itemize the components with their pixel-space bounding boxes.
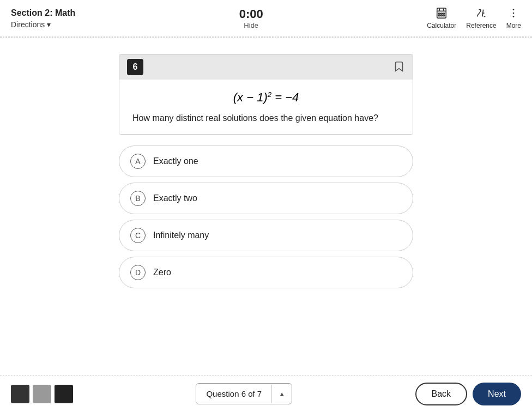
- svg-point-10: [513, 9, 515, 10]
- header: Section 2: Math Directions ▾ 0:00 Hide: [0, 0, 532, 37]
- timer-display: 0:00: [239, 7, 263, 21]
- calculator-label: Calculator: [427, 22, 456, 29]
- hide-button[interactable]: Hide: [244, 21, 258, 29]
- header-right: Calculator Reference: [427, 7, 521, 29]
- svg-point-11: [513, 13, 515, 14]
- directions-button[interactable]: Directions ▾: [11, 20, 75, 29]
- back-button[interactable]: Back: [415, 383, 468, 405]
- choice-c-letter: C: [130, 228, 146, 243]
- question-box: 6 (x − 1)2 = −4 How many distinct real s…: [119, 54, 413, 135]
- nav-arrow-icon: ▲: [271, 385, 292, 403]
- reference-label: Reference: [466, 22, 496, 29]
- nav-square-black[interactable]: [55, 385, 73, 403]
- choice-a-letter: A: [130, 154, 146, 169]
- section-title: Section 2: Math: [11, 8, 75, 18]
- header-left: Section 2: Math Directions ▾: [11, 8, 75, 29]
- nav-square-gray[interactable]: [33, 385, 51, 403]
- reference-button[interactable]: Reference: [466, 7, 496, 29]
- main-content: 6 (x − 1)2 = −4 How many distinct real s…: [0, 38, 532, 305]
- calculator-button[interactable]: Calculator: [427, 7, 456, 29]
- svg-point-12: [513, 16, 515, 17]
- choice-c[interactable]: C Infinitely many: [119, 220, 413, 251]
- footer: Question 6 of 7 ▲ Back Next: [0, 375, 532, 412]
- footer-left: [11, 385, 73, 403]
- choice-d-text: Zero: [153, 268, 171, 277]
- choice-b-letter: B: [130, 191, 146, 206]
- svg-rect-4: [439, 13, 440, 14]
- svg-rect-6: [443, 13, 445, 14]
- choice-b-text: Exactly two: [153, 193, 197, 203]
- choice-c-text: Infinitely many: [153, 231, 209, 240]
- choice-a[interactable]: A Exactly one: [119, 146, 413, 177]
- header-center: 0:00 Hide: [239, 7, 263, 29]
- question-number-bar: 6: [119, 54, 413, 80]
- svg-rect-5: [441, 13, 443, 14]
- more-button[interactable]: More: [506, 7, 521, 29]
- choice-d[interactable]: D Zero: [119, 257, 413, 288]
- question-nav-label: Question 6 of 7: [196, 384, 271, 404]
- question-number: 6: [127, 59, 143, 75]
- nav-square-dark[interactable]: [11, 385, 29, 403]
- question-text: How many distinct real solutions does th…: [132, 113, 400, 123]
- choice-a-text: Exactly one: [153, 156, 198, 166]
- bookmark-button[interactable]: [393, 60, 405, 74]
- footer-right: Back Next: [415, 383, 521, 405]
- equation-text: (x − 1)2 = −4: [233, 90, 299, 104]
- choice-d-letter: D: [130, 265, 146, 280]
- question-content: (x − 1)2 = −4 How many distinct real sol…: [119, 80, 413, 134]
- svg-rect-8: [441, 15, 443, 16]
- calculator-icon: [436, 7, 448, 21]
- equation-display: (x − 1)2 = −4: [132, 90, 400, 105]
- question-navigator[interactable]: Question 6 of 7 ▲: [196, 383, 292, 404]
- choice-b[interactable]: B Exactly two: [119, 183, 413, 214]
- formula-icon: [475, 7, 487, 21]
- more-label: More: [506, 22, 521, 29]
- next-button[interactable]: Next: [473, 383, 521, 405]
- svg-rect-9: [443, 15, 445, 16]
- more-icon: [507, 7, 519, 21]
- directions-label: Directions: [11, 20, 45, 29]
- svg-rect-7: [439, 15, 440, 16]
- chevron-down-icon: ▾: [47, 20, 51, 29]
- answer-choices: A Exactly one B Exactly two C Infinitely…: [119, 146, 413, 288]
